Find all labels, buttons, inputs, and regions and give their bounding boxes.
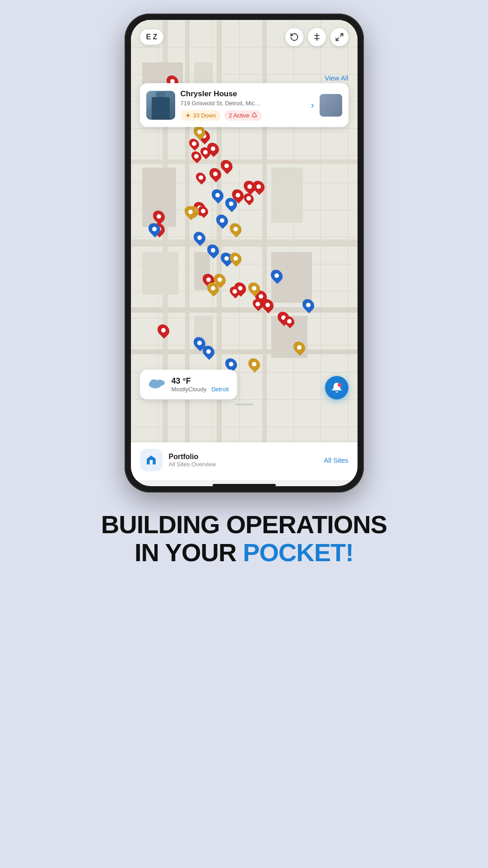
- refresh-button[interactable]: [285, 28, 303, 46]
- svg-point-15: [338, 383, 341, 387]
- bottom-bar: Portfolio All Sites Overview All Sites: [131, 442, 358, 480]
- weather-city[interactable]: Detroit: [211, 386, 228, 393]
- badge-down-label: 33 Down: [193, 112, 216, 119]
- home-indicator: [213, 484, 276, 486]
- card-thumbnail-right: [320, 94, 342, 117]
- svg-line-9: [189, 117, 190, 117]
- map-controls-top: E Z: [131, 28, 358, 46]
- tagline-line1: BUILDING OPERATIONS: [101, 511, 387, 539]
- tagline-line2: IN YOUR POCKET!: [101, 539, 387, 567]
- building-name: Chrysler House: [181, 89, 306, 99]
- building-thumb-image: [146, 91, 175, 120]
- phone-shell: E Z: [125, 14, 364, 493]
- building-card[interactable]: Chrysler House 719 Griswold St, Detroit,…: [140, 83, 349, 127]
- map-area: E Z: [131, 20, 358, 442]
- scroll-indicator: [235, 404, 253, 405]
- bell-icon: [251, 113, 257, 118]
- all-sites-link[interactable]: All Sites: [324, 456, 348, 464]
- block-6: [271, 168, 303, 223]
- badge-active: 2 Active: [224, 110, 262, 121]
- weather-cloud-icon: [148, 376, 166, 393]
- weather-temperature: 43 °F: [172, 376, 229, 386]
- svg-point-5: [186, 114, 189, 117]
- map-icon-group: [285, 28, 349, 46]
- portfolio-title: Portfolio: [169, 453, 318, 461]
- card-arrow[interactable]: ›: [311, 100, 314, 110]
- weather-info: 43 °F MostlyCloudy Detroit: [172, 376, 229, 393]
- weather-condition: MostlyCloudy Detroit: [172, 386, 229, 393]
- view-all-link[interactable]: View All: [325, 74, 348, 82]
- building-thumbnail: [146, 91, 175, 120]
- notification-bell-icon: [331, 382, 342, 393]
- building-info: Chrysler House 719 Griswold St, Detroit,…: [181, 89, 306, 121]
- tagline-line2-prefix: IN YOUR: [135, 538, 243, 567]
- home-icon: [145, 454, 157, 466]
- tagline-section: BUILDING OPERATIONS IN YOUR POCKET!: [74, 511, 414, 566]
- phone-screen: E Z: [131, 20, 358, 486]
- badge-active-label: 2 Active: [229, 112, 250, 119]
- notification-fab[interactable]: [325, 376, 349, 399]
- building-badges: 33 Down 2 Active: [181, 110, 306, 121]
- building-address: 719 Griswold St, Detroit, Mic…: [181, 100, 306, 107]
- tagline-line2-highlight: POCKET!: [243, 538, 353, 567]
- svg-point-14: [150, 379, 157, 385]
- expand-button[interactable]: [330, 28, 349, 46]
- weather-condition-text: MostlyCloudy: [172, 386, 207, 393]
- sort-button[interactable]: [308, 28, 326, 46]
- ez-badge: E Z: [140, 29, 164, 45]
- block-4: [142, 252, 178, 295]
- portfolio-subtitle: All Sites Overview: [169, 461, 318, 468]
- sun-icon: [185, 113, 191, 118]
- weather-card: 43 °F MostlyCloudy Detroit: [140, 370, 237, 399]
- badge-down: 33 Down: [181, 110, 221, 121]
- svg-line-8: [186, 113, 186, 114]
- portfolio-text: Portfolio All Sites Overview: [169, 453, 318, 468]
- portfolio-icon: [140, 449, 163, 471]
